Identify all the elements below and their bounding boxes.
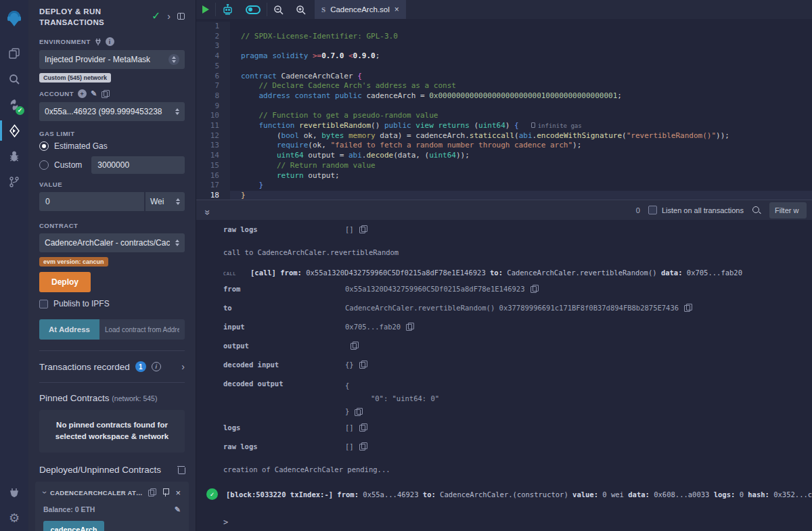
terminal-success-row[interactable]: ✓[block:5033220 txIndex:-] from: 0x55a..… <box>223 488 812 500</box>
sign-message-icon[interactable]: ✎ <box>91 89 97 98</box>
copy-icon[interactable] <box>359 423 367 432</box>
settings-gear-icon[interactable]: ⚙ <box>0 505 28 531</box>
search-icon[interactable] <box>0 66 28 92</box>
terminal-text-row: creation of CadenceArchCaler pending... <box>223 465 812 474</box>
terminal-kv-row: logs[] <box>223 423 812 437</box>
copy-account-icon[interactable] <box>102 90 109 98</box>
copy-icon[interactable] <box>351 342 358 350</box>
copy-icon[interactable] <box>359 225 367 233</box>
code-line[interactable]: 12 (bool ok, bytes memory data) = cadenc… <box>196 131 812 141</box>
code-line[interactable]: 17 } <box>196 181 812 191</box>
pin-contract-icon[interactable] <box>162 488 168 497</box>
copy-icon[interactable] <box>359 442 367 451</box>
run-script-icon[interactable] <box>196 0 215 19</box>
panel-title: DEPLOY & RUN TRANSACTIONS <box>39 7 104 28</box>
terminal-call-row[interactable]: CALL[call] from: 0x55a1320D432759960C5Df… <box>223 269 812 277</box>
plugin-manager-icon[interactable] <box>0 480 28 505</box>
at-address-button[interactable]: At Address <box>39 319 99 340</box>
code-line[interactable]: 7 // Declare Cadence Arch's address as a… <box>196 81 812 91</box>
at-address-input[interactable] <box>99 319 185 340</box>
code-line[interactable]: 18} <box>196 191 812 200</box>
environment-info-icon[interactable]: i <box>106 37 114 46</box>
copilot-toggle[interactable] <box>240 0 267 19</box>
line-number: 4 <box>196 51 230 62</box>
publish-ipfs-checkbox[interactable] <box>39 300 48 308</box>
copy-icon[interactable] <box>684 304 692 312</box>
publish-ipfs-option[interactable]: Publish to IPFS <box>39 299 185 308</box>
remix-logo-icon[interactable] <box>0 5 28 31</box>
code-line[interactable]: 1 <box>196 22 812 32</box>
listen-all-tx-option[interactable]: Listen on all transactions <box>648 206 744 214</box>
code-line[interactable]: 11 function revertibleRandom() public vi… <box>196 121 812 131</box>
deploy-run-icon[interactable] <box>0 118 28 143</box>
copy-icon[interactable] <box>359 361 367 369</box>
code-editor[interactable]: 12// SPDX-License-Identifier: GPL-3.034p… <box>196 19 812 200</box>
tx-info-icon[interactable]: i <box>152 362 161 371</box>
custom-gas-radio[interactable] <box>39 160 49 170</box>
code-line[interactable]: 8 address constant public cadenceArch = … <box>196 91 812 101</box>
line-content: return output; <box>230 171 812 181</box>
copy-icon[interactable] <box>531 285 538 293</box>
collapse-contract-icon[interactable]: › <box>41 491 49 494</box>
code-line[interactable]: 14 uint64 output = abi.decode(data, (uin… <box>196 151 812 161</box>
terminal-kv-multi-row: decoded output{ "0": "uint64: 0"} <box>223 379 812 418</box>
success-check-icon: ✓ <box>206 488 218 500</box>
remove-contract-icon[interactable]: × <box>175 488 181 497</box>
code-line[interactable]: 15 // Return random value <box>196 161 812 171</box>
add-account-icon[interactable]: + <box>78 89 87 98</box>
custom-gas-option[interactable]: Custom <box>39 160 82 170</box>
zoom-in-icon[interactable] <box>290 0 312 19</box>
custom-gas-input[interactable]: 3000000 <box>91 156 185 174</box>
solidity-compiler-icon[interactable]: ✓ <box>0 92 28 118</box>
account-select[interactable]: 0x55a...46923 (999.9999453238 <box>39 102 185 121</box>
ai-assistant-icon[interactable] <box>216 0 240 19</box>
pin-panel-icon[interactable] <box>177 13 185 20</box>
code-line[interactable]: 2// SPDX-License-Identifier: GPL-3.0 <box>196 32 812 42</box>
line-content: function revertibleRandom() public view … <box>230 121 812 131</box>
copy-address-icon[interactable] <box>148 488 156 497</box>
listen-all-tx-checkbox[interactable] <box>648 206 657 214</box>
balance-text: Balance: 0 ETH <box>43 505 95 513</box>
environment-select[interactable]: Injected Provider - MetaMask <box>39 50 185 69</box>
terminal-kv-row: raw logs[] <box>223 225 812 239</box>
clear-contracts-trash-icon[interactable] <box>178 465 185 474</box>
estimated-gas-radio[interactable] <box>39 141 49 151</box>
edit-balance-icon[interactable]: ✎ <box>175 505 181 514</box>
terminal-filter-input[interactable] <box>769 202 807 218</box>
code-line[interactable]: 10 // Function to get a pseudo-random va… <box>196 111 812 121</box>
code-line[interactable]: 6contract CadenceArchCaler { <box>196 72 812 82</box>
fn-cadencearch-button[interactable]: cadenceArch <box>43 521 104 531</box>
copy-icon[interactable] <box>355 408 362 416</box>
terminal-search-icon[interactable] <box>752 206 761 215</box>
contract-card-title[interactable]: CADENCEARCHCALER AT 0X <box>50 489 144 497</box>
tab-cadencearch-sol[interactable]: S CadenceArch.sol × <box>315 0 406 19</box>
git-icon[interactable] <box>0 169 28 195</box>
estimated-gas-option[interactable]: Estimated Gas <box>39 141 185 151</box>
panel-forward-icon[interactable]: › <box>167 11 171 21</box>
panel-check-icon: ✓ <box>152 9 160 22</box>
terminal-output[interactable]: raw logs[]call to CadenceArchCaler.rever… <box>196 220 812 531</box>
terminal-prompt[interactable]: > <box>223 517 812 527</box>
plug-icon[interactable] <box>95 38 102 46</box>
expand-terminal-icon[interactable]: « <box>201 206 212 215</box>
code-line[interactable]: 13 require(ok, "failed to fetch a random… <box>196 141 812 151</box>
transactions-recorded-row[interactable]: Transactions recorded 1 i › <box>28 351 196 382</box>
code-line[interactable]: 5 <box>196 62 812 72</box>
code-line[interactable]: 4pragma solidity >=0.7.0 <0.9.0; <box>196 51 812 62</box>
value-unit-select[interactable]: Wei <box>145 192 185 211</box>
close-tab-icon[interactable]: × <box>394 5 399 14</box>
tx-expand-icon[interactable]: › <box>181 362 185 371</box>
contract-select[interactable]: CadenceArchCaler - contracts/Cac <box>39 233 185 252</box>
value-input[interactable]: 0 <box>39 192 144 211</box>
line-number: 10 <box>196 111 230 121</box>
code-line[interactable]: 3 <box>196 41 812 51</box>
gas-limit-label: GAS LIMIT <box>39 130 185 137</box>
select-arrows-icon <box>176 198 180 205</box>
file-explorer-icon[interactable] <box>0 41 28 66</box>
zoom-out-icon[interactable] <box>267 0 290 19</box>
debugger-icon[interactable] <box>0 143 28 169</box>
code-line[interactable]: 16 return output; <box>196 171 812 181</box>
deploy-button[interactable]: Deploy <box>39 272 91 292</box>
code-line[interactable]: 9 <box>196 101 812 112</box>
copy-icon[interactable] <box>406 323 413 331</box>
